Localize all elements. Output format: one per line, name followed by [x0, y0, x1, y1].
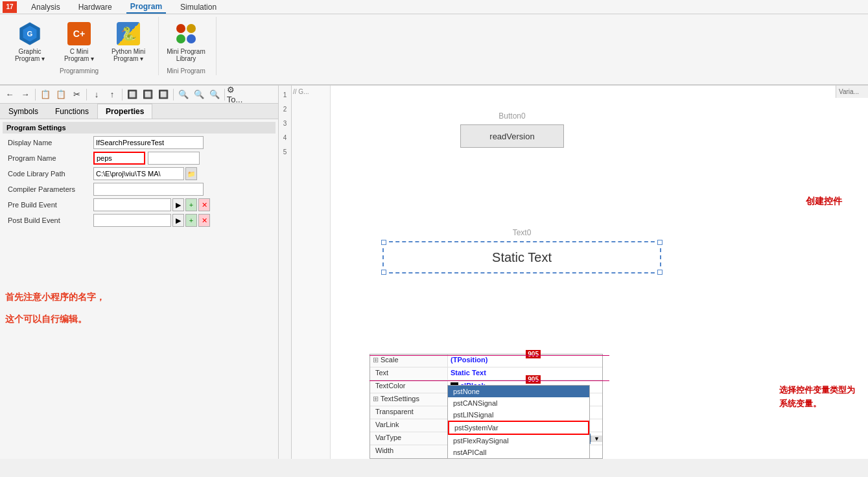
left-bottom: 首先注意小程序的名字， 这个可以自行编辑。 [0, 281, 278, 459]
compiler-params-input[interactable] [93, 183, 204, 196]
toolbar-sep-5 [224, 89, 225, 100]
toolbar-forward[interactable]: → [18, 87, 32, 102]
prop-row-display-name: Display Name [3, 135, 276, 150]
line-numbers: 1 2 3 4 5 [279, 86, 291, 159]
c-mini-program-icon: C+ [66, 21, 92, 47]
toolbar-build3[interactable]: 🔲 [156, 87, 170, 102]
svg-point-5 [176, 34, 185, 43]
prop-grid-key-width: Width [370, 445, 448, 458]
python-mini-program-button[interactable]: 🐍 Python Mini Program ▾ [106, 18, 150, 65]
mini-program-library-button[interactable]: Mini Program Library [164, 18, 208, 65]
prop-row-pre-build: Pre Build Event ▶ + ✕ [3, 197, 276, 213]
post-build-plus-btn[interactable]: + [185, 214, 197, 227]
svg-point-6 [187, 34, 196, 43]
menu-analysis[interactable]: Analysis [27, 1, 64, 13]
varia-panel: Varia... [836, 86, 868, 98]
code-library-browse-btn[interactable]: 📁 [185, 167, 197, 180]
toolbar-search3[interactable]: 🔍 [207, 87, 222, 102]
python-mini-program-icon: 🐍 [115, 21, 141, 47]
prop-value-display-name [93, 136, 276, 149]
line-4: 4 [279, 131, 291, 145]
prop-grid-key-varlink: VarLink [370, 419, 448, 432]
prop-grid-row-text: Text Static Text [370, 367, 602, 380]
post-build-x-btn[interactable]: ✕ [198, 214, 210, 227]
toolbar-cut[interactable]: ✂ [69, 87, 84, 102]
line-2: 2 [279, 102, 291, 117]
ribbon-group-mini-program: Mini Program Library Mini Program [161, 17, 217, 75]
post-build-arrow-btn[interactable]: ▶ [172, 214, 184, 227]
tab-properties[interactable]: Properties [97, 104, 152, 119]
prop-grid-key-vartype: VarType [370, 432, 448, 445]
tab-symbols[interactable]: Symbols [0, 104, 47, 119]
handle-tr [657, 240, 663, 245]
svg-point-3 [176, 24, 185, 33]
toolbar-build2[interactable]: 🔲 [141, 87, 155, 102]
prop-row-program-name: Program Name [3, 150, 276, 166]
toolbar-paste[interactable]: 📋 [54, 87, 68, 102]
toolbar-build1[interactable]: 🔲 [125, 87, 139, 102]
dropdown-item-pstnone[interactable]: pstNone [448, 386, 589, 397]
button-widget[interactable]: readVersion [460, 124, 564, 148]
dropdown-item-pstflexraysignal[interactable]: pstFlexRaySignal [448, 435, 589, 447]
button-widget-label: Button0 [499, 111, 525, 121]
prop-grid-key-text: Text [370, 367, 448, 380]
toolbar-search1[interactable]: 🔍 [176, 87, 191, 102]
properties-panel: Program Settings Display Name Program Na… [0, 119, 278, 281]
prop-value-pre-build: ▶ + ✕ [93, 198, 276, 211]
handle-tl [381, 240, 386, 245]
dropdown-item-nstapicall[interactable]: nstAPICall [448, 447, 589, 458]
toolbar-sep-2 [86, 89, 87, 100]
main-area: ← → 📋 📋 ✂ ↓ ↑ 🔲 🔲 🔲 🔍 🔍 🔍 ⚙ To... Symbol… [0, 86, 868, 459]
toolbar-sep-1 [35, 89, 36, 100]
dropdown-item-pstcansignal[interactable]: pstCANSignal [448, 397, 589, 409]
graphic-program-button[interactable]: G Graphic Program ▾ [8, 18, 52, 65]
code-library-path-input[interactable] [93, 167, 184, 180]
pre-build-input[interactable] [93, 198, 171, 211]
prop-grid-key-scale: ⊞Scale [370, 355, 448, 367]
chinese-text-2: 这个可以自行编辑。 [5, 314, 273, 325]
toolbar-back[interactable]: ← [3, 87, 17, 102]
mini-program-library-label: Mini Program Library [167, 48, 205, 62]
prop-label-display-name: Display Name [3, 139, 93, 146]
dropdown-item-pstlinsignal[interactable]: pstLINSignal [448, 409, 589, 421]
c-mini-program-button[interactable]: C+ C Mini Program ▾ [57, 18, 101, 65]
menu-hardware[interactable]: Hardware [75, 1, 116, 13]
toolbar-up[interactable]: ↑ [105, 87, 119, 102]
prop-value-code-library-path: 📁 [93, 167, 276, 180]
panel-tabs: Symbols Functions Properties [0, 104, 278, 119]
pre-build-arrow-btn[interactable]: ▶ [172, 198, 184, 211]
menu-program[interactable]: Program [126, 1, 166, 14]
text-widget-box[interactable]: Static Text [382, 241, 661, 273]
prop-row-compiler-params: Compiler Parameters [3, 181, 276, 197]
pre-build-plus-btn[interactable]: + [185, 198, 197, 211]
toolbar-search2[interactable]: 🔍 [192, 87, 206, 102]
graphic-program-label: Graphic Program ▾ [10, 48, 49, 62]
pre-build-x-btn[interactable]: ✕ [198, 198, 210, 211]
prop-value-program-name [93, 152, 276, 165]
program-name-input2[interactable] [148, 152, 200, 165]
button-widget-container: Button0 readVersion [460, 111, 564, 148]
toolbar-down[interactable]: ↓ [89, 87, 104, 102]
side-marker-2: 905 [526, 375, 541, 384]
toolbar: ← → 📋 📋 ✂ ↓ ↑ 🔲 🔲 🔲 🔍 🔍 🔍 ⚙ To... [0, 86, 278, 104]
right-panel: 1 2 3 4 5 // G... Button0 readVersion 创建… [279, 86, 868, 459]
display-name-input[interactable] [93, 136, 204, 149]
toolbar-copy[interactable]: 📋 [38, 87, 53, 102]
program-name-input[interactable] [93, 152, 145, 165]
post-build-input[interactable] [93, 214, 171, 227]
line-1: 1 [279, 88, 291, 102]
vartype-dropdown-btn[interactable]: ▼ [591, 436, 602, 442]
side-marker-1: 905 [526, 350, 541, 358]
ribbon-group-programming-label: Programming [60, 65, 99, 75]
toolbar-sep-3 [122, 89, 123, 100]
prop-label-code-library-path: Code Library Path [3, 170, 93, 178]
tab-functions[interactable]: Functions [47, 104, 97, 119]
prop-grid-key-transparent: Transparent [370, 406, 448, 419]
prop-grid-key-textsettings: ⊞TextSettings [370, 393, 448, 406]
menu-simulation[interactable]: Simulation [176, 1, 220, 13]
toolbar-settings[interactable]: ⚙ To... [228, 87, 242, 102]
dropdown-item-pstsystemvar[interactable]: pstSystemVar [448, 421, 589, 435]
svg-point-4 [187, 24, 196, 33]
marker-line-1 [369, 355, 609, 356]
code-comment: // G... [292, 86, 330, 98]
